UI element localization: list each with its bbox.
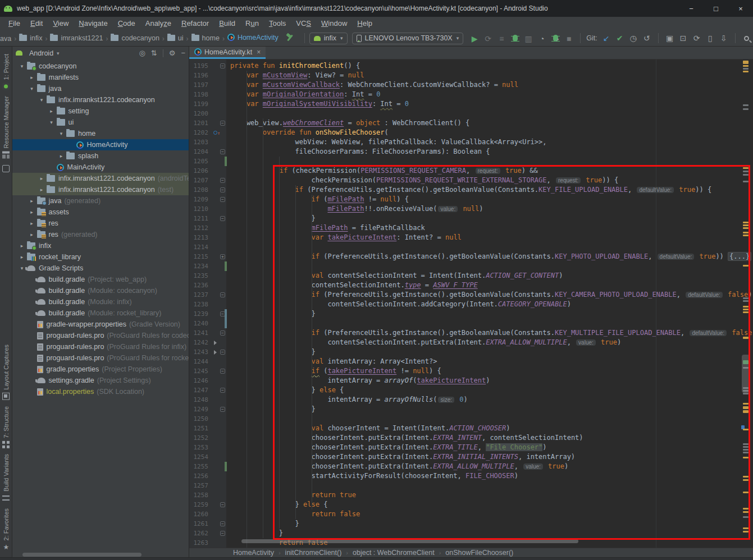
code-line-1208[interactable]: 1208− if (PreferenceUtils.getInstance().… [189, 185, 753, 195]
tree-item-proguard-rules-pro[interactable]: proguard-rules.pro(ProGuard Rules for ro… [12, 352, 189, 364]
run-configuration-select[interactable]: infix ▾ [309, 33, 348, 44]
warning-mark[interactable] [743, 511, 749, 513]
tree-item-infix-imrankst1221-codecanyon[interactable]: ▾infix.imrankst1221.codecanyon [12, 94, 189, 105]
code-line-1206[interactable]: 1206 if (checkPermission(PERMISSIONS_REQ… [189, 166, 753, 176]
chevron-collapsed-icon[interactable]: ▸ [17, 254, 27, 260]
tree-item-proguard-rules-pro[interactable]: proguard-rules.pro(ProGuard Rules for in… [12, 341, 189, 352]
code-line-1251[interactable]: 1251 val chooserIntent = Intent(Intent.A… [189, 424, 753, 433]
code-line-1201[interactable]: 1201− web_view.webChromeClient = object … [189, 118, 753, 128]
code-line-1253[interactable]: 1253 chooserIntent.putExtra(Intent.EXTRA… [189, 443, 753, 452]
hide-panel-icon[interactable]: − [181, 49, 185, 57]
debug-icon[interactable] [508, 32, 522, 44]
weak-warning-mark[interactable] [743, 174, 749, 176]
tree-item-gradle-wrapper-properties[interactable]: gradle-wrapper.properties(Gradle Version… [12, 319, 189, 330]
fold-collapse-icon[interactable]: − [220, 178, 225, 183]
fold-collapse-icon[interactable]: − [220, 531, 225, 536]
warning-mark[interactable] [743, 235, 749, 236]
warning-mark[interactable] [743, 403, 749, 405]
warning-mark[interactable] [743, 265, 749, 267]
chevron-collapsed-icon[interactable]: ▸ [27, 198, 37, 204]
weak-warning-mark[interactable] [743, 446, 749, 448]
tree-item-codecanyon[interactable]: ▾codecanyon [12, 61, 189, 72]
weak-warning-mark[interactable] [743, 393, 749, 394]
tree-item-build-gradle[interactable]: build.gradle(Project: web_app) [12, 274, 189, 285]
editor-vertical-scrollbar[interactable] [742, 355, 750, 393]
stripe-capture[interactable] [0, 165, 12, 172]
chevron-collapsed-icon[interactable]: ▸ [56, 153, 66, 159]
menu-navigate[interactable]: Navigate [74, 17, 112, 30]
code-line-1249[interactable]: 1249− } [189, 405, 753, 414]
stripe-resource-manager[interactable]: Resource Manager [0, 96, 12, 159]
warning-mark[interactable] [743, 406, 749, 409]
code-line-1261[interactable]: 1261− } [189, 519, 753, 529]
code-line-1248[interactable]: 1248 intentArray = arrayOfNulls(size: 0) [189, 395, 753, 405]
code-line-1211[interactable]: 1211− } [189, 214, 753, 223]
menu-view[interactable]: View [48, 17, 74, 30]
profiler-icon[interactable]: ◔ [535, 33, 549, 45]
fold-expand-icon[interactable]: + [220, 254, 225, 259]
tree-item-java[interactable]: ▾java [12, 83, 189, 94]
weak-warning-mark[interactable] [743, 68, 749, 70]
code-line-1204[interactable]: 1204− fileChooserParams: FileChooserPara… [189, 147, 753, 157]
code-line-1254[interactable]: 1254 chooserIntent.putExtra(Intent.EXTRA… [189, 452, 753, 462]
error-stripe[interactable] [741, 59, 750, 548]
device-manager-icon[interactable]: ▯ [704, 32, 717, 44]
code-line-1256[interactable]: 1256 startActivityForResult(chooserInten… [189, 471, 753, 481]
tree-item-rocket-library[interactable]: ▸rocket_library [12, 251, 189, 263]
fold-collapse-icon[interactable]: − [220, 502, 225, 507]
code-line-1262[interactable]: 1262− } [189, 529, 753, 538]
project-view-selector[interactable]: Android [29, 49, 53, 57]
code-line-1242[interactable]: 1242 contentSelectionIntent.putExtra(Int… [189, 338, 753, 347]
build-hammer-icon[interactable] [285, 34, 294, 43]
code-line-1241[interactable]: 1241− if (PreferenceUtils.getInstance().… [189, 328, 753, 338]
fold-collapse-icon[interactable]: − [220, 187, 225, 192]
status-breadcrumb-3[interactable]: onShowFileChooser() [445, 549, 513, 557]
apply-changes-icon[interactable]: ⟳ [481, 33, 495, 45]
chevron-expanded-icon[interactable]: ▾ [56, 131, 66, 136]
warning-mark[interactable] [743, 311, 749, 313]
warning-mark[interactable] [743, 306, 749, 307]
search-icon[interactable] [740, 32, 753, 44]
warning-mark[interactable] [743, 224, 749, 226]
code-line-1202[interactable]: 1202 override fun onShowFileChooser( [189, 128, 753, 137]
code-line-1238[interactable]: 1238 contentSelectionIntent.addCategory(… [189, 300, 753, 309]
close-tab-icon[interactable]: × [257, 48, 261, 56]
profile-app-icon[interactable]: ▥ [522, 33, 535, 45]
code-line-1259[interactable]: 1259− } else { [189, 500, 753, 509]
attach-debugger-icon[interactable]: ↗ [549, 32, 562, 44]
menu-refactor[interactable]: Refactor [176, 17, 214, 30]
tree-item-homeactivity[interactable]: HomeActivity [12, 139, 189, 150]
code-line-1258[interactable]: 1258 return true [189, 490, 753, 500]
fold-collapse-icon[interactable]: − [220, 121, 225, 126]
chevron-collapsed-icon[interactable]: ▸ [17, 243, 27, 249]
warning-mark[interactable] [743, 476, 749, 478]
chevron-collapsed-icon[interactable]: ▸ [27, 209, 37, 215]
stripe-2-favorites[interactable]: ★2: Favorites [0, 508, 12, 550]
warning-mark[interactable] [743, 222, 749, 223]
weak-warning-mark[interactable] [743, 171, 749, 172]
history-icon[interactable]: ◷ [627, 32, 640, 44]
tree-item-build-gradle[interactable]: build.gradle(Module: rocket_library) [12, 307, 189, 319]
breadcrumb-imrankst1221[interactable]: imrankst1221 [50, 34, 103, 42]
fold-collapse-icon[interactable]: − [220, 521, 225, 526]
fold-collapse-icon[interactable]: − [220, 407, 225, 412]
warning-mark[interactable] [743, 457, 749, 458]
status-breadcrumb-2[interactable]: object : WebChromeClient [353, 549, 435, 557]
warning-mark[interactable] [743, 508, 749, 509]
breadcrumb-ui[interactable]: ui [167, 34, 184, 42]
chevron-expanded-icon[interactable]: ▾ [47, 120, 57, 125]
stripe-1-project[interactable]: 1: Project [0, 54, 12, 90]
breadcrumb-home[interactable]: home [191, 34, 220, 42]
fold-collapse-icon[interactable]: − [220, 369, 225, 374]
code-line-1198[interactable]: 1198 var mOriginalOrientation: Int = 0 [189, 90, 753, 99]
fold-collapse-icon[interactable]: − [220, 63, 225, 68]
code-line-1203[interactable]: 1203 webView: WebView, filePathCallback:… [189, 137, 753, 147]
code-line-1200[interactable]: 1200 [189, 109, 753, 118]
chevron-collapsed-icon[interactable]: ▸ [27, 232, 37, 237]
menu-file[interactable]: File [3, 17, 25, 30]
stripe-layout-captures[interactable]: Layout Captures [0, 345, 12, 400]
tree-item-settings-gradle[interactable]: settings.gradle(Project Settings) [12, 375, 189, 386]
warning-mark[interactable] [743, 429, 749, 430]
status-breadcrumb-0[interactable]: HomeActivity [233, 549, 274, 557]
avd-manager-icon[interactable]: ⊡ [677, 32, 690, 44]
